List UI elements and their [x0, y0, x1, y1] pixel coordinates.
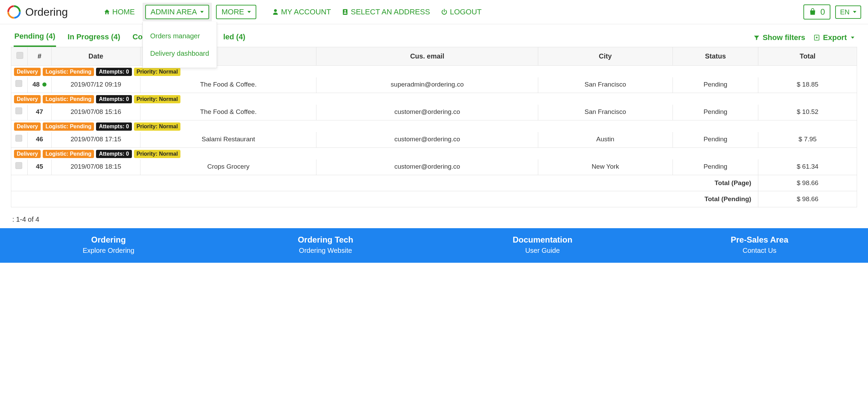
admin-dropdown-menu: Orders manager Delivery dashboard: [143, 22, 217, 68]
order-badges: Delivery Logistic: Pending Attempts: 0 P…: [14, 68, 854, 76]
header: Ordering HOME ADMIN AREA Orders manager …: [0, 0, 868, 24]
show-filters[interactable]: Show filters: [753, 33, 805, 42]
col-date: Date: [52, 47, 140, 66]
order-total: $ 61.34: [758, 159, 857, 175]
footer-col-docs: Documentation User Guide: [434, 235, 651, 255]
footer-link-explore-ordering[interactable]: Explore Ordering: [0, 247, 217, 255]
language-selector[interactable]: EN: [835, 5, 861, 19]
order-date: 2019/07/08 18:15: [52, 159, 140, 175]
order-business: The Food & Coffee.: [140, 105, 316, 120]
badge-attempts: Attempts: 0: [96, 122, 132, 131]
order-number: 46: [28, 132, 52, 148]
orders-table-wrap: # Date Cus. email City Status Total Deli…: [0, 47, 868, 211]
badge-delivery: Delivery: [14, 95, 41, 103]
order-city: San Francisco: [538, 77, 673, 93]
badge-attempts: Attempts: 0: [96, 68, 132, 76]
badge-priority: Priority: Normal: [134, 150, 181, 158]
tab-completed[interactable]: Co: [132, 29, 143, 46]
pagination: : 1-4 of 4: [0, 211, 868, 228]
main-nav: HOME ADMIN AREA Orders manager Delivery …: [100, 3, 799, 21]
language-label: EN: [840, 8, 850, 16]
badge-attempts: Attempts: 0: [96, 95, 132, 103]
export-icon: [813, 34, 820, 41]
footer-title: Documentation: [434, 235, 651, 245]
tab-in-progress[interactable]: In Progress (4): [67, 29, 121, 46]
nav-more[interactable]: MORE: [216, 5, 256, 19]
nav-select-address[interactable]: SELECT AN ADDRESS: [338, 5, 433, 18]
order-email: superadmin@ordering.co: [316, 77, 538, 93]
col-status: Status: [673, 47, 758, 66]
select-all-checkbox[interactable]: [16, 52, 23, 59]
order-badges: Delivery Logistic: Pending Attempts: 0 P…: [14, 150, 854, 158]
nav-admin-area-wrap: ADMIN AREA Orders manager Delivery dashb…: [143, 3, 212, 21]
footer-link-contact-us[interactable]: Contact Us: [651, 247, 868, 255]
footer-col-ordering: Ordering Explore Ordering: [0, 235, 217, 255]
power-icon: [441, 9, 448, 15]
nav-admin-area[interactable]: ADMIN AREA: [145, 5, 209, 19]
order-badges: Delivery Logistic: Pending Attempts: 0 P…: [14, 95, 854, 103]
table-row[interactable]: 45 2019/07/08 18:15 Crops Grocery custom…: [11, 159, 857, 175]
orders-table: # Date Cus. email City Status Total Deli…: [11, 47, 857, 207]
nav-home-label: HOME: [112, 8, 135, 16]
order-status: Pending: [673, 105, 758, 120]
order-business: Salami Restaurant: [140, 132, 316, 148]
footer-link-ordering-website[interactable]: Ordering Website: [217, 247, 434, 255]
total-status-row: Total (Pending) $ 98.66: [11, 191, 857, 207]
address-icon: [342, 9, 349, 15]
order-number: 47: [28, 105, 52, 120]
dropdown-delivery-dashboard[interactable]: Delivery dashboard: [143, 45, 217, 62]
footer-link-user-guide[interactable]: User Guide: [434, 247, 651, 255]
tab-pending[interactable]: Pending (4): [14, 28, 56, 47]
table-row[interactable]: 48 2019/07/12 09:19 The Food & Coffee. s…: [11, 77, 857, 93]
badge-delivery: Delivery: [14, 68, 41, 76]
caret-down-icon: [200, 11, 204, 13]
table-row[interactable]: 46 2019/07/08 17:15 Salami Restaurant cu…: [11, 132, 857, 148]
order-email: customer@ordering.co: [316, 132, 538, 148]
col-total: Total: [758, 47, 857, 66]
show-filters-label: Show filters: [763, 33, 805, 42]
brand-logo[interactable]: Ordering: [7, 5, 68, 19]
export[interactable]: Export: [813, 33, 854, 42]
total-page-label: Total (Page): [11, 175, 758, 191]
footer-title: Ordering Tech: [217, 235, 434, 245]
badge-logistic: Logistic: Pending: [43, 122, 94, 131]
export-label: Export: [823, 33, 847, 42]
badge-priority: Priority: Normal: [134, 95, 181, 103]
order-city: San Francisco: [538, 105, 673, 120]
badge-delivery: Delivery: [14, 122, 41, 131]
footer: Ordering Explore Ordering Ordering Tech …: [0, 228, 868, 263]
order-total: $ 18.85: [758, 77, 857, 93]
home-icon: [104, 9, 110, 15]
badge-logistic: Logistic: Pending: [43, 68, 94, 76]
brand-logo-icon: [7, 5, 21, 19]
order-status: Pending: [673, 132, 758, 148]
order-status: Pending: [673, 77, 758, 93]
tabs-row: Pending (4) In Progress (4) Co led (4) S…: [0, 24, 868, 47]
cart-count: 0: [820, 7, 825, 17]
online-dot-icon: [42, 82, 46, 87]
brand-name: Ordering: [25, 6, 68, 18]
row-checkbox[interactable]: [15, 135, 22, 142]
bag-icon: [809, 8, 816, 16]
dropdown-orders-manager[interactable]: Orders manager: [143, 27, 217, 45]
footer-col-presales: Pre-Sales Area Contact Us: [651, 235, 868, 255]
order-business: Crops Grocery: [140, 159, 316, 175]
order-date: 2019/07/08 15:16: [52, 105, 140, 120]
row-checkbox[interactable]: [15, 107, 22, 114]
filter-icon: [753, 34, 760, 41]
tab-cancelled[interactable]: led (4): [222, 29, 246, 46]
nav-my-account[interactable]: MY ACCOUNT: [269, 5, 334, 18]
order-number: 45: [28, 159, 52, 175]
row-checkbox[interactable]: [15, 162, 22, 169]
nav-home[interactable]: HOME: [100, 5, 138, 18]
order-business: The Food & Coffee.: [140, 77, 316, 93]
table-row[interactable]: 47 2019/07/08 15:16 The Food & Coffee. c…: [11, 105, 857, 120]
badge-attempts: Attempts: 0: [96, 150, 132, 158]
nav-logout[interactable]: LOGOUT: [437, 5, 485, 18]
total-status-value: $ 98.66: [758, 191, 857, 207]
nav-admin-area-label: ADMIN AREA: [151, 8, 197, 16]
order-city: Austin: [538, 132, 673, 148]
row-checkbox[interactable]: [15, 80, 22, 87]
cart-button[interactable]: 0: [803, 4, 830, 20]
order-number: 48: [28, 77, 52, 93]
